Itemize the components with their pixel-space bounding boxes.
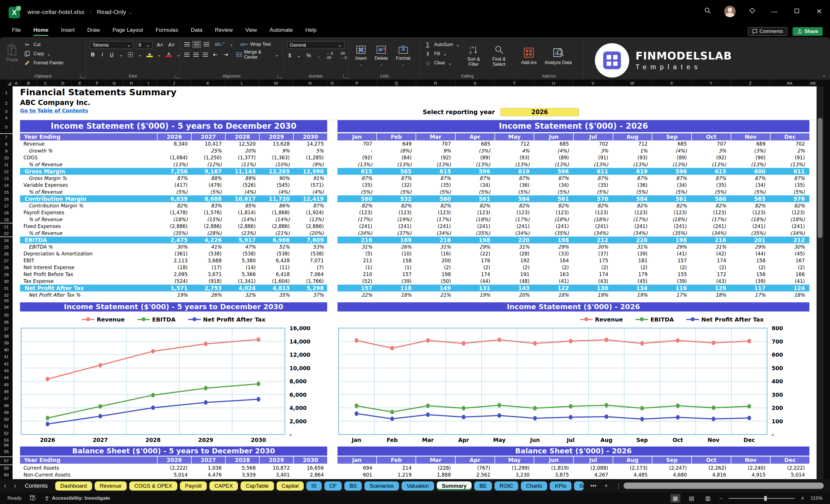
cell[interactable]: 13,628 <box>259 140 293 147</box>
row-header-54[interactable]: 54 <box>0 444 12 446</box>
cell[interactable]: (39) <box>731 278 770 285</box>
period-header-cell[interactable]: Feb <box>376 133 416 140</box>
cell[interactable]: (1,299) <box>495 465 534 471</box>
cell[interactable]: 198 <box>416 271 456 278</box>
row-header-21[interactable]: 21 <box>0 223 12 230</box>
cell[interactable]: (2) <box>692 264 731 271</box>
cell[interactable]: 12,520 <box>225 140 259 147</box>
cell[interactable]: 611 <box>770 168 810 175</box>
company-name[interactable]: ABC Company Inc. <box>20 98 327 107</box>
cell[interactable]: (5%) <box>613 189 652 195</box>
sheet-tab-capital[interactable]: Capital <box>277 481 304 491</box>
cell[interactable]: 87% <box>731 175 770 182</box>
row-label-cell[interactable]: Net Profit After Tax <box>20 285 157 291</box>
cell[interactable]: 2,095 <box>157 271 191 278</box>
cell[interactable]: 157 <box>652 257 692 264</box>
period-header-cell[interactable]: Nov <box>731 456 770 464</box>
row-header-60[interactable]: 60 <box>0 471 12 478</box>
column-header-T[interactable]: T <box>495 80 534 86</box>
cell[interactable]: 35% <box>259 291 293 298</box>
row-label-cell[interactable]: Depreciation & Amortization <box>20 250 157 257</box>
cell[interactable]: (123) <box>770 209 810 216</box>
cell[interactable]: (4%) <box>652 147 692 154</box>
cell[interactable]: 11,143 <box>225 168 259 175</box>
cell[interactable]: 87% <box>534 175 574 182</box>
cell[interactable]: 91% <box>293 175 327 182</box>
period-header-cell[interactable]: Jul <box>573 133 613 140</box>
cell[interactable]: (34%) <box>338 230 377 237</box>
insert-cells-button[interactable]: Insert⌄ <box>353 40 369 72</box>
sheet-tab-contents[interactable]: Contents <box>25 482 48 489</box>
row-label-cell[interactable]: Net Profit After Tax % <box>20 291 157 298</box>
monthly-line-chart[interactable]: RevenueEBITDANet Profit After Tax8007006… <box>338 312 809 444</box>
cell[interactable]: 611 <box>573 168 613 175</box>
cell[interactable]: 1,219 <box>377 471 416 478</box>
cell[interactable]: (123) <box>338 209 377 216</box>
cell[interactable]: (34%) <box>573 230 613 237</box>
find-select-button[interactable]: Find & Select <box>487 40 511 72</box>
cell[interactable]: (36) <box>495 182 534 189</box>
cell[interactable]: 149 <box>416 285 456 291</box>
merge-center-button[interactable]: Merge & Center⌄ <box>236 50 279 60</box>
row-header-9[interactable]: 9 <box>0 147 12 154</box>
cell[interactable]: 174 <box>692 257 731 264</box>
cell[interactable]: 2,475 <box>157 237 191 244</box>
fill-color-button[interactable] <box>147 52 153 57</box>
cell[interactable]: (241) <box>692 223 731 230</box>
accessibility-status[interactable]: Accessibility: Investigate <box>44 496 110 501</box>
cell[interactable]: (48) <box>495 278 534 285</box>
cell[interactable]: (4%) <box>534 147 574 154</box>
cell[interactable]: (11) <box>259 264 293 271</box>
cell[interactable]: (2,886) <box>293 223 327 230</box>
cell[interactable]: 200 <box>416 257 456 264</box>
cell[interactable]: (5%) <box>652 189 692 195</box>
cell[interactable]: (123) <box>456 209 495 216</box>
row-label-cell[interactable]: Contribution Margin % <box>20 202 157 209</box>
cell[interactable]: (1) <box>377 264 416 271</box>
column-header-G[interactable]: G <box>106 80 123 86</box>
column-header-S[interactable]: S <box>456 80 495 86</box>
cell[interactable]: 1,036 <box>191 465 225 471</box>
cell[interactable]: (241) <box>416 223 456 230</box>
shrink-font-button[interactable]: A˅ <box>167 42 176 48</box>
cell[interactable]: 87% <box>157 175 191 182</box>
cell[interactable]: 580 <box>692 195 731 202</box>
cell[interactable]: (43) <box>692 278 731 285</box>
cell[interactable]: 90% <box>259 175 293 182</box>
period-header-cell[interactable]: 2027 <box>191 133 225 140</box>
row-header-45[interactable]: 45 <box>0 381 12 388</box>
cell[interactable]: 685 <box>652 140 692 147</box>
cell[interactable]: (13%) <box>652 161 692 168</box>
cell[interactable]: (5%) <box>770 189 810 195</box>
cell[interactable]: (39) <box>652 278 692 285</box>
row-header-4[interactable]: 4 <box>0 115 12 120</box>
sheet-tab-is[interactable]: IS <box>306 481 322 491</box>
cell[interactable]: 158 <box>377 257 416 264</box>
clear-button[interactable]: ◇Clear⌄ <box>424 60 459 66</box>
cell[interactable]: 3% <box>573 147 613 154</box>
cell[interactable]: (2) <box>456 264 495 271</box>
cell[interactable]: 30% <box>573 244 613 250</box>
cell[interactable]: (538) <box>225 250 259 257</box>
collapse-ribbon-icon[interactable]: ⌄ <box>822 72 826 78</box>
cell[interactable]: (2,886) <box>225 223 259 230</box>
cell[interactable]: (17%) <box>692 216 731 223</box>
cell[interactable]: (5%) <box>731 189 770 195</box>
cell[interactable]: 596 <box>456 168 495 175</box>
minimize-button[interactable]: — <box>769 7 780 15</box>
cell[interactable]: (13%) <box>416 161 456 168</box>
cell[interactable]: 615 <box>338 168 377 175</box>
cell[interactable]: 601 <box>338 471 377 478</box>
sheet-tab-summary[interactable]: Summary <box>437 481 472 491</box>
cell[interactable]: 2,753 <box>191 285 225 291</box>
cell[interactable]: (89) <box>456 154 495 161</box>
year-ending-label[interactable]: Year Ending <box>20 133 157 140</box>
cell[interactable]: 18% <box>770 291 810 298</box>
cell[interactable]: (91) <box>770 154 810 161</box>
row-header-15[interactable]: 15 <box>0 189 12 195</box>
cell[interactable]: 169 <box>377 237 416 244</box>
number-format-select[interactable]: General⌄ <box>287 41 344 49</box>
cell[interactable]: (2,886) <box>191 223 225 230</box>
cell[interactable]: 181 <box>613 257 652 264</box>
monthly-chart-title[interactable]: Income Statement ($'000) - 2026 <box>338 302 809 312</box>
